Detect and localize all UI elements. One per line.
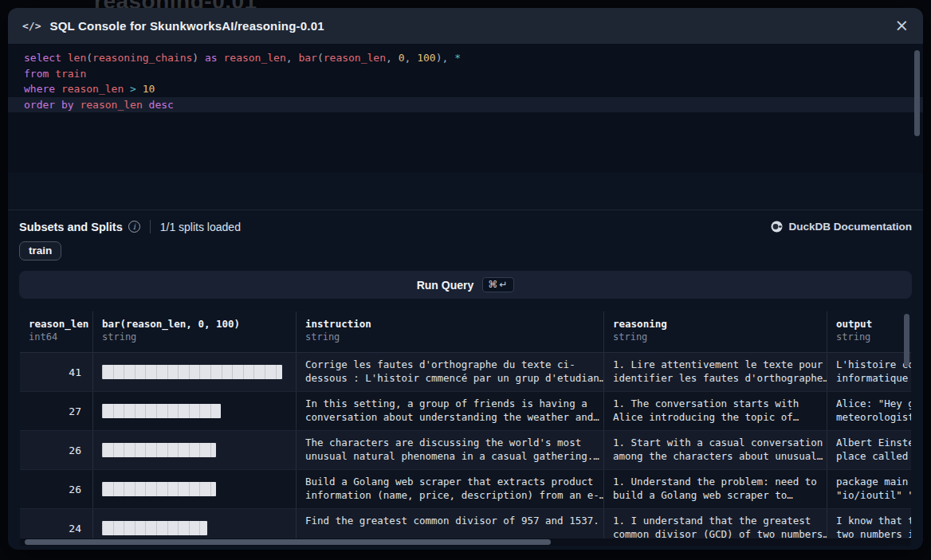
editor-vertical-scrollbar[interactable] — [914, 50, 920, 136]
table-row: 26The characters are discussing the worl… — [20, 431, 911, 470]
cell-reason-len[interactable]: 26 — [20, 431, 93, 469]
close-icon[interactable]: × — [894, 18, 909, 34]
cell-instruction[interactable]: Build a Golang web scraper that extracts… — [297, 470, 604, 508]
splits-loaded-text: 1/1 splits loaded — [160, 221, 241, 233]
divider — [150, 220, 151, 233]
cell-output[interactable]: Albert Einste place called — [827, 431, 912, 469]
table-body: 41Corrige les fautes d'orthographe du te… — [20, 353, 911, 546]
column-name: output — [836, 318, 912, 330]
horizontal-scrollbar-track[interactable] — [20, 538, 911, 546]
sql-editor[interactable]: select len(reasoning_chains) as reason_l… — [8, 44, 923, 173]
cell-reason-len[interactable]: 41 — [20, 353, 93, 391]
code-line[interactable]: where reason_len > 10 — [8, 81, 923, 97]
column-type: string — [836, 331, 912, 343]
table-vertical-scrollbar[interactable] — [904, 314, 909, 366]
code-line[interactable]: select len(reasoning_chains) as reason_l… — [8, 50, 923, 66]
bar-glyph — [102, 365, 282, 379]
code-line[interactable]: order by reason_len desc — [8, 97, 923, 113]
cell-bar[interactable] — [93, 431, 297, 469]
cell-reason-len[interactable]: 27 — [20, 392, 93, 430]
bar-glyph — [102, 482, 216, 496]
sql-console-modal: </> SQL Console for SkunkworksAI/reasoni… — [8, 8, 923, 550]
column-header-barreason_len0100[interactable]: bar(reason_len, 0, 100)string — [93, 311, 297, 352]
cell-reasoning[interactable]: 1. Start with a casual conversation amon… — [604, 431, 827, 469]
bar-glyph — [102, 443, 216, 457]
table-row: 27In this setting, a group of friends is… — [20, 392, 911, 431]
column-header-output[interactable]: outputstring — [827, 311, 912, 352]
splits-chips: train — [8, 233, 923, 260]
cell-reason-len[interactable]: 26 — [20, 470, 93, 508]
column-header-reason_len[interactable]: reason_lenint64 — [20, 311, 93, 352]
cell-bar[interactable] — [93, 353, 297, 391]
modal-titlebar: </> SQL Console for SkunkworksAI/reasoni… — [8, 8, 923, 44]
table-row: 41Corrige les fautes d'orthographe du te… — [20, 353, 911, 392]
cell-instruction[interactable]: In this setting, a group of friends is h… — [297, 392, 604, 430]
subsets-row: Subsets and Splits i 1/1 splits loaded D… — [8, 210, 923, 233]
results-table: reason_lenint64bar(reason_len, 0, 100)st… — [19, 311, 912, 546]
duckdb-docs-link[interactable]: DuckDB Documentation — [771, 221, 912, 233]
subsets-title: Subsets and Splits — [19, 221, 123, 233]
cell-instruction[interactable]: The characters are discussing the world'… — [297, 431, 604, 469]
code-line[interactable]: from train — [8, 66, 923, 82]
column-header-instruction[interactable]: instructionstring — [297, 311, 604, 352]
duckdb-logo-icon — [771, 221, 783, 233]
cell-reasoning[interactable]: 1. Lire attentivement le texte pour iden… — [604, 353, 827, 391]
column-type: string — [102, 331, 287, 343]
column-name: instruction — [305, 318, 595, 330]
cell-output[interactable]: Alice: "Hey g meteorologist — [827, 392, 912, 430]
column-type: int64 — [29, 331, 84, 343]
cell-bar[interactable] — [93, 470, 297, 508]
duckdb-docs-label: DuckDB Documentation — [788, 221, 912, 233]
run-query-label: Run Query — [417, 279, 474, 292]
modal-title: SQL Console for SkunkworksAI/reasoning-0… — [49, 19, 324, 33]
cell-bar[interactable] — [93, 392, 297, 430]
split-chip-train[interactable]: train — [19, 241, 61, 260]
table-row: 26Build a Golang web scraper that extrac… — [20, 470, 911, 509]
info-icon[interactable]: i — [128, 221, 140, 233]
cell-instruction[interactable]: Corrige les fautes d'orthographe du text… — [297, 353, 604, 391]
column-type: string — [613, 331, 818, 343]
column-name: bar(reason_len, 0, 100) — [102, 318, 287, 330]
code-icon: </> — [22, 20, 41, 32]
column-header-reasoning[interactable]: reasoningstring — [604, 311, 827, 352]
table-header-row: reason_lenint64bar(reason_len, 0, 100)st… — [20, 311, 911, 353]
cell-output[interactable]: package main "io/ioutil" " — [827, 470, 912, 508]
sql-code: select len(reasoning_chains) as reason_l… — [8, 50, 923, 112]
bar-glyph — [102, 521, 207, 535]
horizontal-scrollbar-thumb[interactable] — [25, 539, 551, 545]
column-name: reason_len — [29, 318, 84, 330]
run-query-button[interactable]: Run Query ⌘↵ — [19, 271, 912, 299]
column-name: reasoning — [613, 318, 818, 330]
cell-output[interactable]: L'histoire co informatique — [827, 353, 912, 391]
keyboard-shortcut-badge: ⌘↵ — [482, 277, 514, 292]
cell-reasoning[interactable]: 1. Understand the problem: need to build… — [604, 470, 827, 508]
cell-reasoning[interactable]: 1. The conversation starts with Alice in… — [604, 392, 827, 430]
bar-glyph — [102, 404, 221, 418]
column-type: string — [305, 331, 595, 343]
